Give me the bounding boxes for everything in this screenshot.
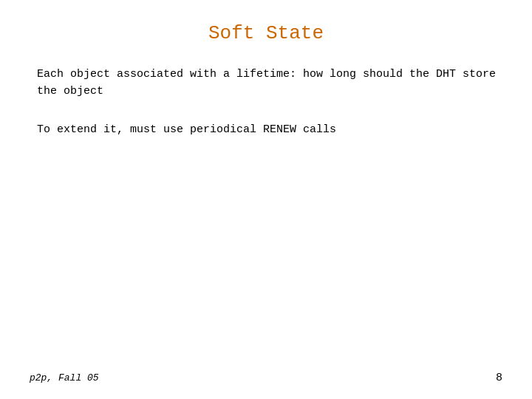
- slide-container: Soft State Each object associated with a…: [0, 0, 532, 399]
- slide-title: Soft State: [208, 22, 324, 44]
- paragraph-2: To extend it, must use periodical RENEW …: [37, 122, 502, 139]
- page-number: 8: [496, 372, 502, 384]
- footer-label: p2p, Fall 05: [30, 372, 99, 383]
- content-area: Each object associated with a lifetime: …: [30, 66, 502, 139]
- title-area: Soft State: [30, 22, 502, 44]
- paragraph-1: Each object associated with a lifetime: …: [37, 66, 502, 100]
- footer: p2p, Fall 05 8: [30, 372, 502, 384]
